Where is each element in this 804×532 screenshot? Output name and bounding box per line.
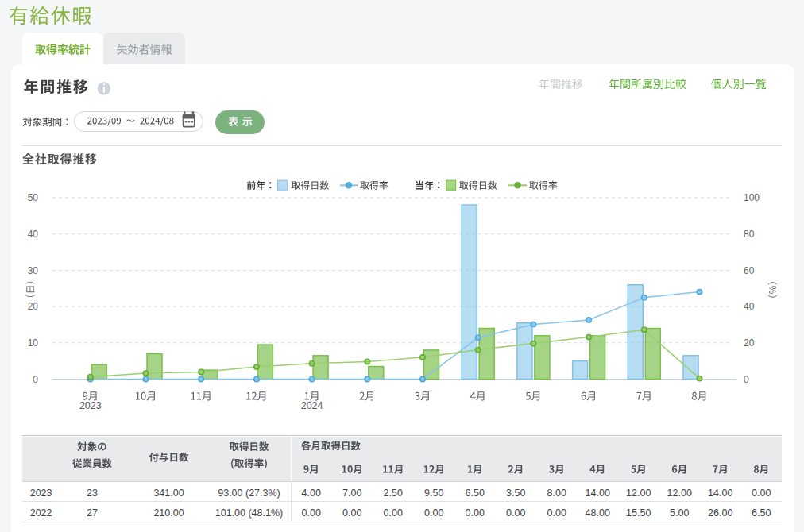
svg-text:6.50: 6.50 — [466, 488, 485, 499]
svg-text:80: 80 — [744, 229, 755, 240]
svg-text:0.00: 0.00 — [342, 507, 361, 519]
svg-text:2024: 2024 — [301, 400, 323, 411]
svg-text:20: 20 — [744, 337, 755, 349]
svg-text:0.00: 0.00 — [752, 488, 771, 499]
svg-text:6.50: 6.50 — [752, 507, 771, 519]
svg-text:30: 30 — [28, 265, 39, 276]
svg-text:101.00 (48.1%): 101.00 (48.1%) — [215, 507, 283, 519]
svg-text:93.00 (27.3%): 93.00 (27.3%) — [218, 488, 280, 499]
svg-text:4.00: 4.00 — [302, 488, 321, 499]
svg-text:0: 0 — [744, 374, 749, 385]
svg-text:23: 23 — [87, 488, 98, 499]
svg-text:27: 27 — [87, 507, 98, 519]
svg-text:2023: 2023 — [30, 488, 52, 499]
svg-text:14.00: 14.00 — [586, 488, 610, 499]
svg-text:0.00: 0.00 — [302, 507, 321, 519]
svg-text:3.50: 3.50 — [506, 488, 525, 499]
svg-text:2023: 2023 — [79, 400, 102, 411]
svg-text:5.00: 5.00 — [670, 507, 689, 519]
svg-text:20: 20 — [28, 301, 39, 312]
svg-text:2.50: 2.50 — [384, 488, 403, 499]
svg-text:0: 0 — [33, 374, 38, 385]
svg-text:210.00: 210.00 — [153, 507, 184, 519]
svg-text:12.00: 12.00 — [667, 488, 692, 499]
svg-text:2022: 2022 — [30, 507, 52, 519]
svg-text:7.00: 7.00 — [342, 488, 361, 499]
svg-text:50: 50 — [28, 192, 39, 203]
svg-text:0.00: 0.00 — [384, 507, 403, 519]
svg-text:60: 60 — [744, 265, 755, 276]
svg-text:100: 100 — [744, 192, 760, 203]
svg-text:48.00: 48.00 — [586, 507, 610, 519]
svg-text:14.00: 14.00 — [708, 488, 732, 499]
svg-text:0.00: 0.00 — [424, 507, 443, 519]
svg-text:40: 40 — [744, 301, 755, 312]
svg-text:0.00: 0.00 — [466, 507, 485, 519]
svg-text:15.50: 15.50 — [626, 507, 651, 519]
svg-text:10: 10 — [28, 337, 39, 349]
svg-text:0.00: 0.00 — [547, 507, 566, 519]
svg-text:40: 40 — [28, 229, 39, 240]
svg-text:9.50: 9.50 — [424, 488, 443, 499]
svg-text:12.00: 12.00 — [626, 488, 651, 499]
svg-text:26.00: 26.00 — [708, 507, 732, 519]
svg-text:0.00: 0.00 — [506, 507, 525, 519]
svg-text:341.00: 341.00 — [153, 488, 184, 499]
svg-text:8.00: 8.00 — [547, 488, 566, 499]
